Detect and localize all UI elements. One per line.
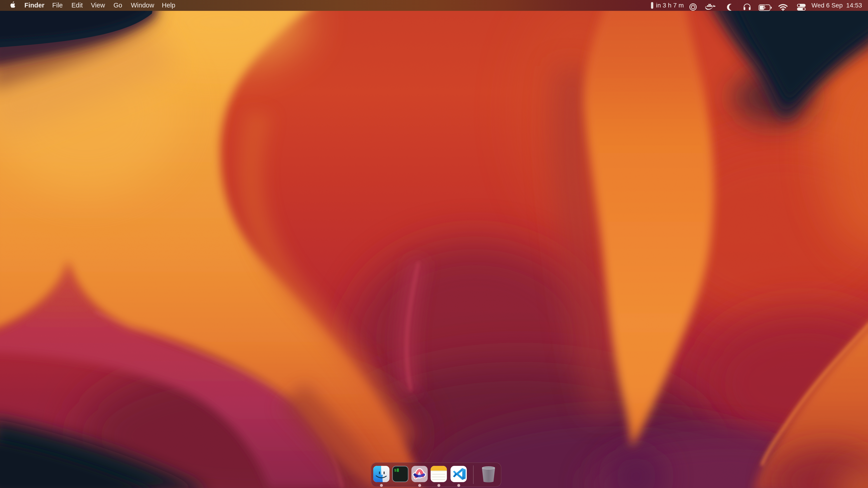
svg-text:$: $ (394, 468, 397, 473)
